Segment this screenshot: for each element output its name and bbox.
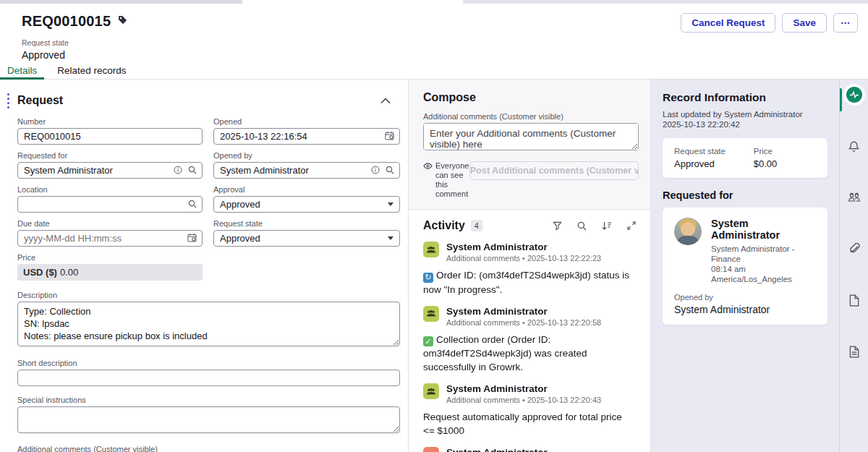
due-date-label: Due date: [17, 219, 203, 228]
request-state-select[interactable]: Approved: [213, 230, 400, 247]
request-state-label: Request state: [213, 219, 400, 228]
chevron-down-icon: [388, 202, 393, 206]
record-information-panel: Record Information Last updated by Syste…: [651, 80, 839, 452]
opened-field[interactable]: [213, 128, 400, 145]
comments-avatar-icon: [423, 383, 439, 399]
activity-entry: System Administrator Additional comments…: [423, 383, 636, 438]
summary-state-label: Request state: [674, 147, 754, 155]
comments-avatar-icon: [423, 242, 439, 257]
opened-by-value: System Administrator: [674, 304, 816, 315]
compose-field-label: Additional comments (Customer visible): [423, 112, 639, 121]
active-rail-indicator: [840, 88, 842, 111]
summary-price-label: Price: [754, 147, 778, 155]
activity-entry: System Administrator Additional comments…: [423, 306, 636, 375]
approval-label: Approval: [213, 185, 400, 194]
price-readonly-field: USD ($) 0.00: [17, 264, 203, 281]
approval-select[interactable]: Approved: [213, 196, 400, 213]
description-field[interactable]: Type: Collection SN: lpsdac Notes: pleas…: [17, 302, 400, 346]
file-text-icon: [848, 346, 859, 358]
group-icon: [848, 192, 861, 203]
comment-visibility-note: Everyone can see this comment: [423, 161, 462, 199]
expand-icon[interactable]: [627, 221, 636, 230]
person-local-time: 08:14 am America/Los_Angeles: [711, 264, 816, 284]
short-description-field[interactable]: [17, 370, 400, 386]
additional-comments-label: Additional comments (Customer visible): [17, 445, 400, 452]
record-tabbar: Details Related records: [0, 64, 868, 80]
info-icon[interactable]: [174, 164, 182, 177]
contextual-sidebar-rail: [839, 80, 868, 452]
number-field[interactable]: [17, 128, 203, 145]
search-icon[interactable]: [188, 164, 197, 177]
field-changes-avatar-icon: [423, 447, 439, 452]
requested-for-title: Requested for: [663, 189, 827, 201]
search-icon[interactable]: [188, 198, 197, 211]
check-badge-icon: ✓: [423, 336, 433, 346]
search-icon[interactable]: [386, 164, 394, 177]
activity-title: Activity: [423, 219, 465, 232]
activity-section: Activity 4 System Administrator: [409, 210, 650, 452]
filter-icon[interactable]: [553, 221, 562, 231]
active-browser-tab: [242, 0, 463, 4]
person-name: System Administrator: [711, 218, 816, 241]
special-instructions-label: Special instructions: [17, 396, 400, 404]
eye-icon: [423, 162, 433, 170]
refresh-badge-icon: ↻: [423, 273, 433, 283]
description-label: Description: [17, 291, 400, 299]
tag-icon[interactable]: [117, 14, 128, 28]
requested-for-card: System Administrator System Administrato…: [663, 208, 827, 325]
calendar-icon[interactable]: [187, 232, 197, 245]
post-comment-button[interactable]: Post Additional comments (Customer visib…: [469, 161, 639, 180]
document-lines-rail-button[interactable]: [843, 341, 865, 362]
activity-stream-rail-button[interactable]: [843, 84, 865, 106]
compose-section: Compose Additional comments (Customer vi…: [409, 80, 650, 210]
request-state-value: Approved: [22, 49, 858, 61]
search-icon[interactable]: [577, 221, 587, 231]
location-field[interactable]: [17, 196, 203, 213]
calendar-icon[interactable]: [385, 130, 394, 143]
save-button[interactable]: Save: [782, 13, 827, 33]
activity-count-badge: 4: [471, 220, 482, 231]
details-form: Request Number Opened Requested for: [0, 80, 409, 452]
opened-label: Opened: [213, 117, 400, 126]
summary-state-value: Approved: [674, 158, 754, 169]
price-label: Price: [17, 253, 203, 262]
location-label: Location: [17, 185, 203, 194]
activity-entry: System Administrator Additional comments…: [423, 242, 636, 297]
tab-details[interactable]: Details: [6, 64, 44, 79]
more-actions-button[interactable]: ⋯: [833, 13, 858, 33]
collapse-section-icon[interactable]: [380, 98, 391, 104]
compose-comment-input[interactable]: [423, 123, 639, 150]
comments-avatar-icon: [423, 306, 439, 322]
top-tab-strip: [0, 0, 868, 4]
sort-icon[interactable]: [602, 221, 612, 231]
due-date-field[interactable]: [17, 230, 203, 247]
paperclip-icon: [848, 243, 860, 255]
last-updated-by: Last updated by System Administrator: [663, 109, 827, 119]
document-rail-button[interactable]: [843, 289, 865, 311]
last-updated-time: 2025-10-13 22:20:42: [663, 119, 827, 129]
number-label: Number: [17, 117, 203, 126]
page-title: REQ0010015: [22, 13, 111, 30]
short-description-label: Short description: [17, 359, 400, 367]
notifications-rail-button[interactable]: [843, 135, 865, 157]
section-drag-handle-icon[interactable]: [7, 93, 9, 108]
special-instructions-field[interactable]: [17, 406, 400, 433]
record-information-title: Record Information: [663, 91, 827, 104]
attachments-rail-button[interactable]: [843, 238, 865, 260]
agents-rail-button[interactable]: [843, 187, 865, 208]
avatar: [674, 218, 702, 245]
activity-entry: System Administrator Field changes•2025-…: [423, 447, 636, 452]
chevron-down-icon: [388, 236, 393, 240]
summary-price-value: $0.00: [754, 158, 778, 169]
file-icon: [848, 294, 859, 307]
form-section-title: Request: [17, 94, 63, 107]
tab-related-records[interactable]: Related records: [56, 64, 133, 79]
compose-title: Compose: [423, 91, 639, 104]
person-role: System Administrator - Finance: [711, 244, 816, 264]
pulse-icon: [849, 91, 859, 98]
cancel-request-button[interactable]: Cancel Request: [681, 13, 775, 33]
opened-by-label: Opened by: [674, 293, 816, 302]
request-state-label: Request state: [22, 38, 858, 47]
info-icon[interactable]: [371, 164, 380, 177]
opened-by-label: Opened by: [213, 151, 400, 160]
